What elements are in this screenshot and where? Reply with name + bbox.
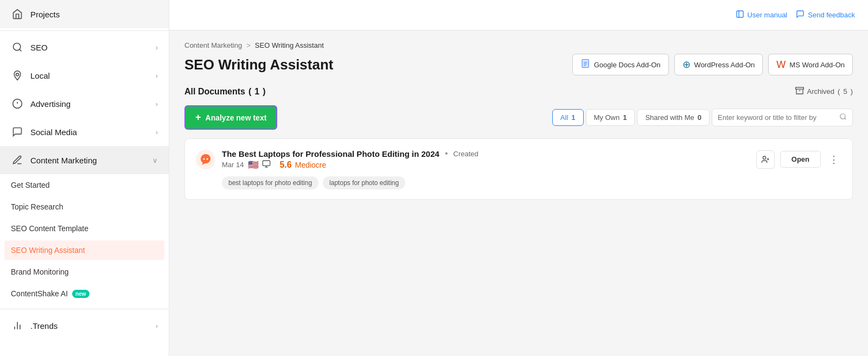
doc-actions: Open ⋮ <box>756 150 841 169</box>
svg-point-2 <box>16 73 19 76</box>
filter-tab-shared-with-me[interactable]: Shared with Me 0 <box>637 109 710 126</box>
chevron-right-icon: › <box>156 72 158 80</box>
doc-created-label: Created <box>454 150 478 158</box>
user-manual-link[interactable]: User manual <box>736 10 788 20</box>
sidebar-item-brand-monitoring[interactable]: Brand Monitoring <box>4 262 164 282</box>
doc-score: 5.6 Mediocre <box>279 160 326 170</box>
home-icon <box>11 8 24 21</box>
archive-icon <box>795 86 804 97</box>
filter-row: + Analyze new text All 1 My Own 1 Shared… <box>184 105 853 130</box>
svg-rect-16 <box>795 87 803 89</box>
open-button[interactable]: Open <box>780 151 821 168</box>
trends-icon <box>11 319 24 332</box>
search-box[interactable] <box>712 109 853 126</box>
chevron-right-icon: › <box>156 322 158 330</box>
chevron-down-icon: ∨ <box>152 156 158 164</box>
breadcrumb-parent[interactable]: Content Marketing <box>184 41 242 49</box>
svg-rect-11 <box>582 60 589 68</box>
wordpress-addon-button[interactable]: ⊕ WordPress Add-On <box>674 54 763 75</box>
book-icon <box>736 10 744 20</box>
sidebar-item-seo-writing-assistant[interactable]: SEO Writing Assistant <box>4 240 164 260</box>
breadcrumb-current: SEO Writing Assistant <box>255 41 324 49</box>
topbar: User manual Send feedback <box>169 0 868 30</box>
chevron-right-icon: › <box>156 128 158 136</box>
sidebar-item-label: Content Marketing <box>30 156 97 165</box>
sidebar-item-label: Social Media <box>30 128 77 137</box>
doc-tag: laptops for photo editing <box>323 176 405 189</box>
sidebar-item-get-started[interactable]: Get Started <box>4 175 164 195</box>
sidebar-item-trends[interactable]: .Trends › <box>0 312 169 340</box>
breadcrumb: Content Marketing > SEO Writing Assistan… <box>184 41 853 49</box>
sidebar-item-social-media[interactable]: Social Media › <box>0 118 169 146</box>
doc-date: Mar 14 <box>222 161 244 169</box>
feedback-icon <box>796 10 805 20</box>
sidebar-item-topic-research[interactable]: Topic Research <box>4 197 164 217</box>
doc-meta: Mar 14 🇺🇸 5.6 Mediocre <box>222 160 741 170</box>
sidebar-item-label: Advertising <box>30 99 71 109</box>
sidebar-item-local[interactable]: Local › <box>0 61 169 90</box>
svg-point-21 <box>203 158 205 160</box>
msword-icon: W <box>776 59 786 71</box>
archived-link[interactable]: Archived ( 5 ) <box>795 86 853 97</box>
google-docs-addon-label: Google Docs Add-On <box>594 61 661 69</box>
document-card: The Best Laptops for Professional Photo … <box>184 138 853 200</box>
breadcrumb-separator: > <box>246 41 251 49</box>
doc-flags: 🇺🇸 <box>248 160 271 170</box>
filter-tab-all[interactable]: All 1 <box>552 109 584 126</box>
new-badge: new <box>72 290 89 298</box>
svg-line-1 <box>20 49 22 52</box>
monitor-icon <box>262 160 271 170</box>
search-icon <box>839 113 847 122</box>
svg-line-19 <box>845 118 846 120</box>
send-feedback-link[interactable]: Send feedback <box>796 10 855 20</box>
svg-rect-9 <box>737 11 743 17</box>
svg-point-22 <box>207 158 208 160</box>
msword-addon-button[interactable]: W MS Word Add-On <box>768 54 853 75</box>
msword-addon-label: MS Word Add-On <box>789 61 845 69</box>
search-input[interactable] <box>718 113 836 122</box>
doc-semrush-icon <box>196 150 215 169</box>
seo-icon <box>11 41 24 54</box>
sidebar-item-contentshake-ai[interactable]: ContentShake AI new <box>4 284 164 303</box>
section-header: All Documents ( 1 ) Archived ( 5 ) <box>184 86 853 97</box>
wordpress-addon-label: WordPress Add-On <box>694 61 755 69</box>
page-title-row: SEO Writing Assistant Google Docs Add-On… <box>184 54 853 75</box>
sidebar-item-seo-content-template[interactable]: SEO Content Template <box>4 219 164 238</box>
more-options-button[interactable]: ⋮ <box>826 152 841 167</box>
sidebar-item-seo[interactable]: SEO › <box>0 33 169 61</box>
sidebar-item-label: .Trends <box>30 321 58 330</box>
content-marketing-icon <box>11 154 24 167</box>
analyze-new-text-button[interactable]: + Analyze new text <box>184 105 277 130</box>
addon-buttons: Google Docs Add-On ⊕ WordPress Add-On W … <box>572 54 853 75</box>
doc-tags: best laptops for photo editing laptops f… <box>196 176 841 189</box>
advertising-icon <box>11 97 24 110</box>
doc-title-row: The Best Laptops for Professional Photo … <box>222 149 741 158</box>
share-button[interactable] <box>756 150 775 169</box>
svg-rect-23 <box>263 161 270 166</box>
sidebar-item-content-marketing[interactable]: Content Marketing ∨ <box>0 146 169 174</box>
svg-point-26 <box>763 156 765 159</box>
sidebar-item-projects[interactable]: Projects <box>0 0 169 28</box>
doc-card-top: The Best Laptops for Professional Photo … <box>196 149 841 170</box>
google-docs-addon-button[interactable]: Google Docs Add-On <box>572 54 669 75</box>
wordpress-icon: ⊕ <box>682 59 691 71</box>
section-title: All Documents ( 1 ) <box>184 87 266 97</box>
svg-point-18 <box>840 114 845 119</box>
doc-title: The Best Laptops for Professional Photo … <box>222 149 439 158</box>
chevron-right-icon: › <box>156 43 158 52</box>
score-number: 5.6 <box>279 160 291 170</box>
sidebar-item-label: Local <box>30 71 50 80</box>
social-media-icon <box>11 125 24 138</box>
doc-info: The Best Laptops for Professional Photo … <box>222 149 741 170</box>
main-content: User manual Send feedback Content Market… <box>169 0 868 356</box>
plus-icon: + <box>195 112 201 123</box>
filter-tab-my-own[interactable]: My Own 1 <box>586 109 635 126</box>
filter-tabs: All 1 My Own 1 Shared with Me 0 <box>552 109 853 126</box>
score-label: Mediocre <box>295 161 327 169</box>
us-flag-icon: 🇺🇸 <box>248 160 259 170</box>
sidebar-item-advertising[interactable]: Advertising › <box>0 90 169 118</box>
sidebar-item-label: Projects <box>30 10 60 19</box>
sidebar-item-label: SEO <box>30 43 48 52</box>
local-icon <box>11 69 24 82</box>
doc-tag: best laptops for photo editing <box>222 176 318 189</box>
